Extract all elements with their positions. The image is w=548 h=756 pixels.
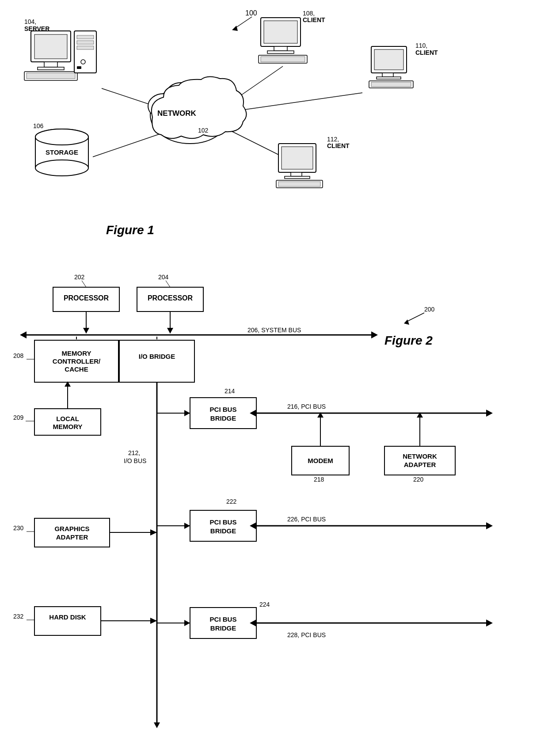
- svg-point-31: [35, 160, 88, 176]
- svg-rect-49: [285, 176, 310, 179]
- network-adapter-label2: ADAPTER: [404, 461, 436, 468]
- svg-rect-48: [291, 172, 302, 176]
- io-bridge-box: [119, 340, 194, 382]
- ref-202: 202: [74, 274, 85, 281]
- ref-224: 224: [259, 601, 270, 608]
- ref-220: 220: [413, 476, 424, 483]
- svg-rect-22: [27, 73, 75, 79]
- svg-line-55: [166, 281, 170, 287]
- figure2-title: Figure 2: [384, 334, 433, 347]
- local-memory-label2: MEMORY: [53, 423, 83, 430]
- svg-rect-47: [282, 147, 313, 169]
- pci-bridge2-label1: PCI BUS: [210, 518, 237, 526]
- hard-disk-box: [34, 607, 101, 635]
- svg-rect-26: [77, 46, 94, 49]
- pci-bridge1-label1: PCI BUS: [210, 406, 237, 413]
- ref-102: 102: [198, 127, 209, 134]
- pci-bridge3-label1: PCI BUS: [210, 615, 237, 623]
- svg-marker-62: [371, 331, 378, 338]
- memory-controller-label2: CONTROLLER/: [53, 357, 101, 365]
- svg-line-0: [234, 17, 252, 29]
- svg-rect-45: [371, 82, 411, 87]
- local-memory-label1: LOCAL: [56, 415, 79, 422]
- ref-212-bus: I/O BUS: [124, 457, 146, 464]
- hard-disk-label1: HARD DISK: [49, 613, 86, 621]
- network-label: NETWORK: [157, 109, 197, 118]
- svg-marker-61: [20, 331, 27, 338]
- network-cloud: NETWORK: [148, 76, 247, 144]
- svg-marker-84: [184, 523, 190, 529]
- pci-bridge2-label2: BRIDGE: [210, 527, 236, 535]
- svg-point-32: [35, 129, 88, 145]
- ref-226: 226, PCI BUS: [287, 516, 326, 523]
- client110-icon: [369, 46, 413, 88]
- svg-rect-36: [274, 46, 287, 51]
- svg-marker-95: [486, 619, 493, 627]
- svg-rect-25: [77, 41, 94, 44]
- graphics-adapter-box: [34, 518, 110, 547]
- ref-228: 228, PCI BUS: [287, 631, 326, 638]
- svg-line-5: [239, 93, 362, 110]
- ref-209: 209: [13, 414, 24, 421]
- graphics-adapter-label1: GRAPHICS: [54, 525, 89, 532]
- svg-rect-35: [264, 21, 297, 43]
- label-client110: CLIENT: [415, 49, 438, 56]
- svg-rect-43: [377, 77, 401, 79]
- pci-bridge1-box: [190, 398, 256, 429]
- network-adapter-label1: NETWORK: [403, 452, 437, 460]
- ref-230: 230: [13, 524, 24, 532]
- memory-controller-label1: MEMORY: [62, 350, 91, 357]
- svg-marker-59: [167, 328, 173, 334]
- ref-104: 104,: [24, 18, 36, 25]
- figure1-title: Figure 1: [106, 223, 154, 237]
- svg-line-54: [82, 281, 86, 287]
- svg-marker-75: [486, 410, 493, 417]
- processor-202-label: PROCESSOR: [64, 294, 109, 302]
- ref-112: 112,: [327, 136, 339, 143]
- storage-icon: STORAGE: [35, 129, 88, 176]
- svg-marker-90: [150, 618, 157, 624]
- label-client112: CLIENT: [327, 142, 350, 149]
- graphics-adapter-label2: ADAPTER: [56, 533, 88, 541]
- ref-100: 100: [245, 9, 257, 17]
- ref-110: 110,: [415, 42, 427, 49]
- svg-rect-24: [77, 35, 94, 39]
- svg-rect-28: [77, 66, 81, 69]
- modem-label: MODEM: [308, 457, 333, 464]
- ref-106: 106: [33, 122, 44, 129]
- svg-rect-20: [38, 67, 64, 70]
- ref-200: 200: [424, 306, 435, 313]
- ref-216: 216, PCI BUS: [287, 403, 326, 410]
- svg-marker-92: [184, 620, 190, 626]
- figure1-diagram: 100 NETWORK 102: [0, 0, 548, 247]
- pci-bridge2-box: [190, 510, 256, 541]
- ref-212: 212,: [128, 449, 140, 456]
- svg-marker-57: [83, 328, 89, 334]
- ref-214: 214: [225, 387, 235, 395]
- svg-line-52: [407, 313, 424, 322]
- svg-marker-82: [150, 529, 157, 536]
- svg-marker-53: [404, 319, 409, 325]
- svg-rect-42: [382, 73, 393, 77]
- pci-bridge1-label2: BRIDGE: [210, 414, 236, 422]
- figure2-diagram: 200 Figure 2 202 PROCESSOR 204 PROCESSOR…: [0, 256, 548, 756]
- ref-218: 218: [314, 476, 324, 483]
- svg-marker-87: [486, 522, 493, 529]
- svg-rect-41: [374, 49, 403, 70]
- ref-204: 204: [158, 274, 169, 281]
- pci-bridge3-box: [190, 608, 256, 638]
- pci-bridge3-label2: BRIDGE: [210, 624, 236, 632]
- label-server: SERVER: [24, 25, 49, 32]
- svg-text:STORAGE: STORAGE: [46, 148, 78, 156]
- svg-rect-51: [278, 182, 320, 186]
- ref-222: 222: [226, 498, 237, 505]
- processor-204-label: PROCESSOR: [148, 294, 193, 302]
- ref-206: 206, SYSTEM BUS: [247, 327, 301, 334]
- ref-232: 232: [13, 613, 24, 620]
- svg-rect-19: [44, 62, 57, 67]
- memory-controller-label3: CACHE: [65, 365, 88, 373]
- svg-rect-39: [261, 57, 305, 62]
- svg-rect-18: [34, 34, 67, 59]
- client108-icon: [259, 18, 307, 63]
- ref-108: 108,: [303, 10, 315, 17]
